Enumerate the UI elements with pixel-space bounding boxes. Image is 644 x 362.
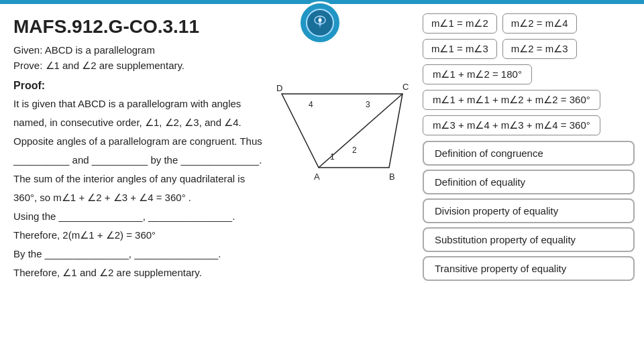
- parallelogram-diagram: D C A B 1 2 3 4: [255, 74, 416, 188]
- diagram-container: D C A B 1 2 3 4: [255, 74, 416, 188]
- eq-row-2: m∠1 = m∠3 m∠2 = m∠3: [423, 39, 635, 59]
- svg-text:C: C: [402, 82, 409, 92]
- logo-area: [299, 1, 345, 48]
- eq-row-5: m∠3 + m∠4 + m∠3 + m∠4 = 360°: [423, 115, 635, 135]
- right-panel: m∠1 = m∠2 m∠2 = m∠4 m∠1 = m∠3 m∠2 = m∠3 …: [416, 7, 644, 362]
- answer-definition-equality[interactable]: Definition of equality: [423, 170, 635, 194]
- content-area: MAFS.912.G-CO.3.11 Given: ABCD is a para…: [0, 7, 644, 362]
- logo-inner: [306, 9, 334, 37]
- answer-substitution-property[interactable]: Substitution property of equality: [423, 227, 635, 252]
- eq-box-m2-m4: m∠2 = m∠4: [502, 13, 577, 34]
- answer-transitive-property[interactable]: Transitive property of equality: [423, 256, 635, 281]
- prove-text: Prove: ∠1 and ∠2 are supplementary.: [13, 58, 402, 74]
- eq-row-4: m∠1 + m∠1 + m∠2 + m∠2 = 360°: [423, 90, 635, 110]
- left-panel: MAFS.912.G-CO.3.11 Given: ABCD is a para…: [0, 7, 416, 362]
- svg-text:3: 3: [366, 100, 370, 109]
- eq-box-m1-m3: m∠1 = m∠3: [423, 39, 497, 59]
- eq-row-3: m∠1 + m∠2 = 180°: [423, 64, 635, 84]
- answer-division-property[interactable]: Division property of equality: [423, 198, 635, 223]
- svg-text:4: 4: [309, 100, 313, 109]
- eq-box-m2-m3: m∠2 = m∠3: [502, 39, 577, 59]
- eq-box-sum-360-2: m∠3 + m∠4 + m∠3 + m∠4 = 360°: [423, 115, 600, 135]
- proof-line-8: Therefore, 2(m∠1 + ∠2) = 360°: [13, 227, 402, 243]
- proof-line-7: Using the _______________, _____________…: [13, 208, 402, 225]
- svg-text:1: 1: [330, 152, 335, 162]
- eq-box-sum-180: m∠1 + m∠2 = 180°: [423, 64, 532, 84]
- svg-text:A: A: [314, 172, 320, 182]
- svg-text:B: B: [389, 172, 395, 182]
- eq-box-m1-m2: m∠1 = m∠2: [423, 13, 497, 34]
- proof-line-6: 360°, so m∠1 + ∠2 + ∠3 + ∠4 = 360° .: [13, 190, 402, 206]
- proof-line-9: By the _______________, _______________.: [13, 246, 402, 262]
- svg-text:D: D: [276, 83, 282, 93]
- answer-definition-congruence[interactable]: Definition of congruence: [423, 141, 635, 166]
- logo-icon: [311, 13, 329, 32]
- eq-row-1: m∠1 = m∠2 m∠2 = m∠4: [423, 13, 635, 34]
- logo-circle: [299, 1, 341, 44]
- svg-point-1: [319, 19, 322, 22]
- proof-line-10: Therefore, ∠1 and ∠2 are supplementary.: [13, 265, 402, 281]
- svg-text:2: 2: [352, 145, 357, 155]
- eq-box-sum-360-1: m∠1 + m∠1 + m∠2 + m∠2 = 360°: [423, 90, 600, 110]
- svg-marker-2: [282, 94, 402, 168]
